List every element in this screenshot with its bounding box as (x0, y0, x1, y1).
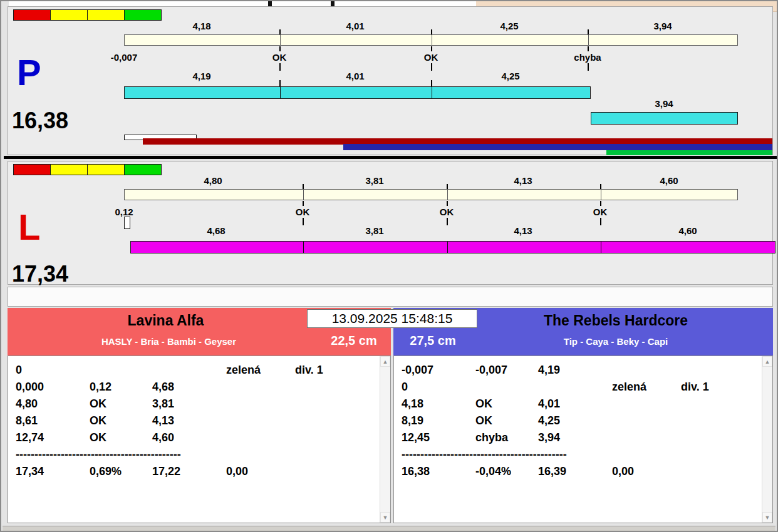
cell: 0 (402, 381, 475, 397)
total-row: 16,38-0,04%16,390,00 (402, 465, 772, 482)
cell: zelená (612, 381, 681, 397)
p-scale-bar (124, 34, 738, 46)
cell (295, 397, 390, 414)
cell: 0 (16, 364, 90, 381)
scroll-down-button[interactable]: ▼ (380, 512, 390, 523)
timeline-bar-green (606, 150, 772, 155)
result-row: 4,80OK3,81 (16, 397, 390, 414)
tick-mark (303, 184, 304, 189)
tick-mark (600, 201, 601, 206)
cell: OK (475, 397, 538, 414)
cell (295, 414, 390, 431)
l-result-label: 4,68 (188, 225, 244, 236)
segment-divider (601, 242, 601, 253)
cell: 4,25 (538, 414, 612, 431)
cell: ----------------------------------------… (16, 448, 90, 465)
cell (681, 397, 772, 414)
scroll-up-button[interactable]: ▲ (762, 356, 772, 367)
cell: zelená (226, 364, 295, 381)
right-team-members: Tip - Caya - Beky - Capi (465, 336, 766, 347)
right-scrollbar[interactable]: ▲ ▼ (762, 356, 772, 523)
l-status-label: OK (274, 207, 331, 217)
tick-mark (447, 201, 448, 206)
lane-p-total-time: 16,38 (12, 110, 68, 132)
l-status-label: OK (572, 207, 628, 217)
l-scale-label: 4,80 (185, 175, 241, 186)
cell: 12,74 (16, 431, 90, 448)
cell (90, 364, 152, 381)
cell: OK (90, 431, 152, 448)
cell: -0,007 (402, 364, 475, 381)
cell (612, 448, 681, 465)
l-status-label: OK (418, 207, 475, 217)
right-results-area[interactable]: -0,007-0,0074,19 0zelenádiv. 1 4,18OK4,0… (393, 356, 773, 523)
cell: div. 1 (295, 364, 390, 381)
p-result-bar (124, 86, 591, 99)
cell: 0,12 (90, 381, 152, 397)
scroll-down-button[interactable]: ▼ (762, 512, 772, 523)
right-results-rows: -0,007-0,0074,19 0zelenádiv. 1 4,18OK4,0… (394, 356, 772, 482)
p-scale-label: 4,18 (174, 21, 230, 31)
result-row: 12,45chyba3,94 (402, 431, 772, 448)
cell: 17,22 (152, 465, 226, 482)
cell (681, 364, 772, 381)
l-result-label: 3,81 (346, 225, 403, 236)
lane-letter-l: L (18, 209, 40, 245)
segment-divider (588, 35, 589, 45)
cell (152, 364, 226, 381)
cell: 16,39 (538, 465, 612, 482)
cell (295, 431, 390, 448)
cell: -0,04% (475, 465, 538, 482)
segment-divider (601, 190, 601, 200)
fault-legend (13, 9, 161, 21)
cell: 16,38 (402, 465, 475, 482)
result-row: 0,0000,124,68 (16, 381, 390, 397)
tick-mark (279, 80, 281, 86)
cell (612, 397, 681, 414)
cell: 0,00 (226, 465, 295, 482)
p-status-label: -0,007 (96, 52, 152, 63)
tick-mark (279, 63, 281, 71)
scroll-up-button[interactable]: ▲ (380, 356, 390, 367)
left-results-area[interactable]: 0zelenádiv. 1 0,0000,124,68 4,80OK3,81 8… (8, 356, 391, 523)
cell (681, 448, 772, 465)
separator-row: ----------------------------------------… (16, 448, 390, 465)
p-status-label: OK (251, 52, 308, 63)
right-team-name: The Rebels Hardcore (465, 312, 766, 329)
cell: OK (475, 414, 538, 431)
cell (226, 397, 295, 414)
cell: chyba (475, 431, 538, 448)
p-result-bar-last (591, 112, 738, 125)
cell (226, 381, 295, 397)
legend-red-box (13, 164, 51, 175)
cell: 4,01 (538, 397, 612, 414)
tick-mark (303, 201, 304, 206)
cell (295, 448, 390, 465)
l-scale-label: 3,81 (346, 175, 403, 186)
p-scale-label: 4,25 (481, 21, 537, 31)
fault-marker-box (124, 217, 130, 229)
cell: 3,81 (152, 397, 226, 414)
lane-l-panel: L 17,34 4,80 3,81 4,13 4,60 0,12 OK OK O… (8, 161, 773, 285)
segment-divider (447, 242, 448, 253)
tick-mark (431, 29, 432, 34)
result-row: 8,19OK4,25 (402, 414, 772, 431)
cell: 3,94 (538, 431, 612, 448)
cell (226, 414, 295, 431)
cell: 4,68 (152, 381, 226, 397)
cell (226, 431, 295, 448)
cell: 12,45 (402, 431, 475, 448)
cell: -0,007 (475, 364, 538, 381)
cell: 8,19 (402, 414, 475, 431)
segment-divider (303, 242, 304, 253)
legend-yellow-box (50, 164, 88, 175)
l-result-bar (130, 241, 775, 253)
segment-divider (447, 190, 448, 200)
cell (295, 465, 390, 482)
cell (681, 414, 772, 431)
segment-divider (432, 35, 432, 45)
result-row: 0zelenádiv. 1 (402, 381, 772, 397)
cell (681, 465, 772, 482)
left-scrollbar[interactable]: ▲ ▼ (380, 356, 390, 523)
legend-green-box (124, 164, 162, 175)
